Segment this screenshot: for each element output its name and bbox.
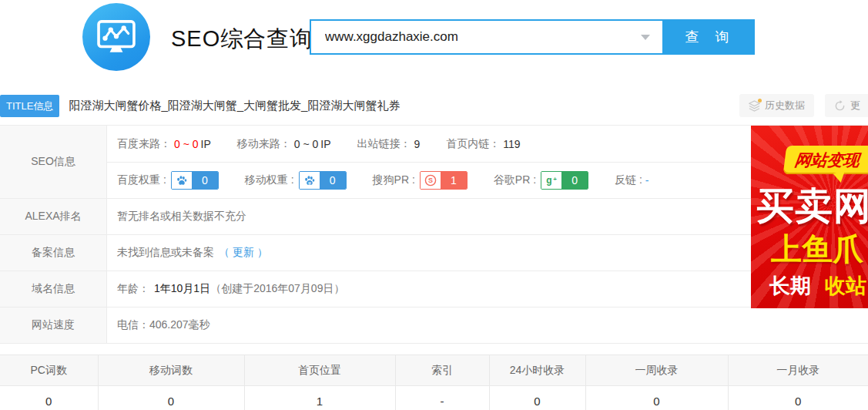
homepage-inlinks-value: 119 [503, 138, 520, 150]
svg-text:+: + [553, 176, 557, 183]
domain-age-value: 1年10月1日 [154, 282, 210, 296]
icp-row: 备案信息 未找到信息或未备案 （ 更新 ） [0, 235, 868, 271]
google-pr-badge[interactable]: g + 0 [541, 171, 588, 190]
outbound-links-value: 9 [414, 138, 421, 150]
search-bar: 查 询 [310, 19, 755, 55]
refresh-button[interactable]: 更 [825, 94, 868, 117]
monitor-chart-icon [94, 13, 139, 61]
stats-value-mobile-words: 0 [98, 386, 244, 410]
stats-header-month-included: 一月收录 [728, 355, 868, 386]
keyword-stats-table: PC词数 移动词数 首页位置 索引 24小时收录 一周收录 一月收录 0 0 1… [0, 355, 868, 410]
app-logo [82, 3, 150, 71]
row-label-icp: 备案信息 [0, 235, 107, 271]
refresh-icon [834, 100, 846, 112]
stats-header-24h-included: 24小时收录 [489, 355, 585, 386]
stats-header-homepage-position: 首页位置 [244, 355, 395, 386]
header: SEO综合查询 查 询 [0, 0, 868, 86]
seo-query-page: SEO综合查询 查 询 TITLE信息 阳澄湖大闸蟹价格_阳澄湖大闸蟹_大闸蟹批… [0, 0, 868, 410]
sogou-pr: 搜狗PR : S 1 [373, 171, 468, 190]
search-input[interactable] [310, 19, 662, 55]
baidu-paw-icon [172, 172, 192, 189]
outbound-links: 出站链接： 9 [357, 137, 421, 151]
page-title: SEO综合查询 [171, 24, 313, 55]
site-title-text: 阳澄湖大闸蟹价格_阳澄湖大闸蟹_大闸蟹批发_阳澄湖大闸蟹礼券 [69, 99, 400, 113]
sogou-icon: S [421, 172, 441, 189]
stats-value-pc-words: 0 [0, 386, 98, 410]
backlinks: 反链 : - [615, 173, 648, 187]
mobile-weight-value: 0 [320, 172, 346, 189]
row-label-seo: SEO信息 [0, 126, 107, 198]
backlinks-value: - [645, 174, 649, 187]
stats-value-index: - [395, 386, 489, 410]
icp-update-link[interactable]: （ 更新 ） [219, 246, 268, 260]
baidu-mobile-paw-icon: M [300, 172, 320, 189]
svg-text:g: g [546, 175, 551, 186]
speed-value: 电信：406.207毫秒 [117, 318, 210, 332]
stats-header-index: 索引 [395, 355, 489, 386]
baidu-traffic: 百度来路： 0 ~ 0 IP [117, 137, 211, 151]
stats-header-row: PC词数 移动词数 首页位置 索引 24小时收录 一周收录 一月收录 [0, 355, 868, 386]
history-data-button[interactable]: 历史数据 [739, 94, 814, 117]
baidu-weight-badge[interactable]: 0 [171, 171, 219, 190]
alexa-row: ALEXA排名 暂无排名或相关数据不充分 [0, 199, 868, 235]
domain-row: 域名信息 年龄： 1年10月1日 （创建于2016年07月09日） [0, 271, 868, 308]
google-plus-icon: g + [541, 172, 561, 189]
google-pr-value: 0 [561, 172, 588, 189]
mobile-traffic-value: 0 ~ 0 [294, 138, 319, 150]
baidu-traffic-value: 0 ~ 0 [174, 138, 199, 150]
title-info-badge: TITLE信息 [0, 95, 59, 117]
sogou-pr-value: 1 [441, 172, 467, 189]
stats-value-24h-included: 0 [489, 386, 585, 410]
baidu-weight-value: 0 [192, 172, 218, 189]
baidu-weight: 百度权重 : 0 [117, 171, 219, 190]
domain-created-value: （创建于2016年07月09日） [210, 282, 344, 296]
icp-value: 未找到信息或未备案 [117, 246, 214, 260]
seo-info-row: SEO信息 百度来路： 0 ~ 0 IP 移动来路： 0 ~ 0 IP 出站链接… [0, 126, 868, 199]
mobile-traffic: 移动来路： 0 ~ 0 IP [237, 137, 331, 151]
sogou-pr-badge[interactable]: S 1 [420, 171, 468, 190]
row-label-speed: 网站速度 [0, 308, 107, 343]
mobile-weight-badge[interactable]: M 0 [299, 171, 347, 190]
ad-banner[interactable]: 网站变现 买卖网 上鱼爪 长期收站 [751, 126, 868, 308]
stats-header-mobile-words: 移动词数 [98, 355, 244, 386]
query-button[interactable]: 查 询 [662, 19, 755, 55]
domain-age-label: 年龄： [117, 282, 149, 296]
ad-subline: 上鱼爪 [771, 228, 863, 271]
title-bar: TITLE信息 阳澄湖大闸蟹价格_阳澄湖大闸蟹_大闸蟹批发_阳澄湖大闸蟹礼券 历… [0, 92, 868, 119]
google-pr: 谷歌PR : g + 0 [494, 171, 588, 190]
svg-text:S: S [428, 176, 433, 184]
mobile-weight: 移动权重 : M [245, 171, 347, 190]
stats-header-week-included: 一周收录 [585, 355, 728, 386]
stats-value-row: 0 0 1 - 0 0 0 [0, 386, 868, 410]
layers-icon [749, 100, 760, 112]
speed-row: 网站速度 电信：406.207毫秒 [0, 308, 868, 344]
ad-footline: 长期收站 [769, 272, 866, 300]
stats-value-month-included: 0 [728, 386, 868, 410]
stats-header-pc-words: PC词数 [0, 355, 98, 386]
seo-info-table: SEO信息 百度来路： 0 ~ 0 IP 移动来路： 0 ~ 0 IP 出站链接… [0, 125, 868, 344]
dropdown-arrow-icon[interactable] [641, 35, 650, 40]
stats-value-homepage-position: 1 [244, 386, 395, 410]
homepage-inlinks: 首页内链： 119 [446, 137, 520, 151]
alexa-value: 暂无排名或相关数据不充分 [117, 210, 246, 223]
ad-bubble-text: 网站变现 [783, 146, 868, 174]
ad-headline: 买卖网 [756, 181, 868, 232]
row-label-domain: 域名信息 [0, 271, 107, 307]
row-label-alexa: ALEXA排名 [0, 199, 107, 234]
stats-value-week-included: 0 [585, 386, 728, 410]
